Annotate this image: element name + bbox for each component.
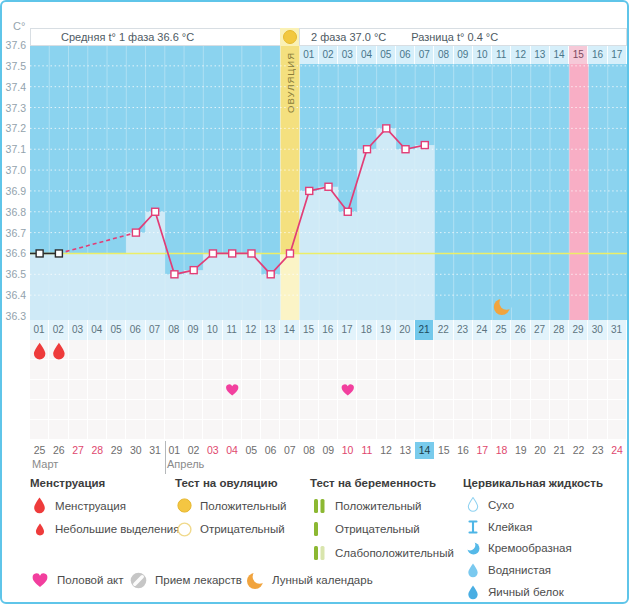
bbt-temperature-chart[interactable] — [30, 46, 627, 320]
y-tick-label: 36.3 — [0, 309, 26, 323]
cycle-day-cell[interactable]: 28 — [550, 320, 569, 340]
dpo-cell: 11 — [492, 46, 511, 64]
legend-item: Положительный — [310, 494, 454, 518]
legend-item: Яичный белок — [463, 581, 603, 603]
legend-item-label: Клейкая — [488, 521, 532, 533]
calendar-date-cell[interactable]: 19 — [511, 442, 530, 459]
legend-item-label: Менструация — [55, 500, 126, 512]
cycle-day-cell[interactable]: 30 — [588, 320, 607, 340]
temperature-point — [286, 250, 293, 257]
bar-one-icon — [310, 521, 329, 537]
cycle-day-cell[interactable]: 13 — [261, 320, 280, 340]
cycle-day-cell[interactable]: 11 — [223, 320, 242, 340]
legend-item: Слабоположительный — [310, 541, 454, 565]
drop-water-icon — [463, 563, 482, 578]
calendar-date-cell[interactable]: 04 — [223, 442, 242, 459]
cycle-day-cell[interactable]: 01 — [30, 320, 49, 340]
dpo-cell: 10 — [473, 46, 492, 64]
cycle-day-cell[interactable]: 04 — [88, 320, 107, 340]
calendar-date-cell[interactable]: 30 — [126, 442, 145, 459]
pill-icon — [128, 572, 148, 589]
calendar-date-cell[interactable]: 17 — [473, 442, 492, 459]
cycle-day-cell[interactable]: 29 — [569, 320, 588, 340]
calendar-date-cell[interactable]: 01 — [165, 442, 184, 459]
cycle-day-cell[interactable]: 21 — [415, 320, 434, 340]
cycle-day-cell[interactable]: 22 — [434, 320, 453, 340]
month-label: Март — [32, 458, 58, 470]
circle-outline-icon — [175, 522, 194, 537]
calendar-date-cell[interactable]: 12 — [377, 442, 396, 459]
calendar-date-cell[interactable]: 25 — [30, 442, 49, 459]
calendar-date-cell[interactable]: 11 — [357, 442, 376, 459]
calendar-date-cell[interactable]: 29 — [107, 442, 126, 459]
temperature-bar — [49, 253, 68, 320]
calendar-date-cell[interactable]: 07 — [280, 442, 299, 459]
calendar-date-cell[interactable]: 08 — [300, 442, 319, 459]
legend-item-label: Отрицательный — [200, 523, 285, 535]
cycle-day-cell[interactable]: 24 — [473, 320, 492, 340]
calendar-date-cell[interactable]: 02 — [184, 442, 203, 459]
cycle-day-cell[interactable]: 09 — [184, 320, 203, 340]
cycle-day-cell[interactable]: 26 — [511, 320, 530, 340]
ovulation-band-label: ОВУЛЯЦИЯ — [285, 52, 296, 113]
temperature-point — [209, 250, 216, 257]
temperature-bar — [88, 253, 107, 320]
temperature-bar — [30, 253, 49, 320]
legend-item: Клейкая — [463, 516, 603, 538]
comma-icon — [463, 541, 482, 555]
calendar-date-cell[interactable]: 28 — [88, 442, 107, 459]
legend-column-title: Цервикальная жидкость — [463, 477, 603, 489]
bars-two-icon — [310, 498, 329, 514]
calendar-date-cell[interactable]: 27 — [69, 442, 88, 459]
cycle-day-cell[interactable]: 02 — [49, 320, 68, 340]
calendar-date-cell[interactable]: 31 — [146, 442, 165, 459]
cycle-day-cell[interactable]: 12 — [242, 320, 261, 340]
cycle-day-cell[interactable]: 23 — [454, 320, 473, 340]
cycle-day-cell[interactable]: 14 — [280, 320, 299, 340]
calendar-date-cell[interactable]: 26 — [49, 442, 68, 459]
cycle-day-cell[interactable]: 05 — [107, 320, 126, 340]
cycle-day-cell[interactable]: 27 — [531, 320, 550, 340]
temperature-point — [306, 187, 313, 194]
cycle-day-cell[interactable]: 10 — [203, 320, 222, 340]
calendar-date-cell[interactable]: 15 — [434, 442, 453, 459]
cycle-day-cell[interactable]: 18 — [357, 320, 376, 340]
legend-item-label: Водянистая — [488, 564, 551, 576]
cycle-day-cell[interactable]: 16 — [319, 320, 338, 340]
cycle-day-cell[interactable]: 06 — [126, 320, 145, 340]
cycle-day-cell[interactable]: 19 — [377, 320, 396, 340]
cycle-day-cell[interactable]: 07 — [146, 320, 165, 340]
calendar-date-cell[interactable]: 06 — [261, 442, 280, 459]
calendar-date-cell[interactable]: 21 — [550, 442, 569, 459]
calendar-date-cell[interactable]: 18 — [492, 442, 511, 459]
calendar-date-cell[interactable]: 13 — [396, 442, 415, 459]
calendar-date-cell[interactable]: 16 — [454, 442, 473, 459]
temp-difference-text: Разница t° 0.4 °C — [411, 31, 498, 43]
cycle-day-cell[interactable]: 08 — [165, 320, 184, 340]
calendar-date-cell[interactable]: 14 — [415, 442, 434, 459]
cycle-day-cell[interactable]: 03 — [69, 320, 88, 340]
legend-item: Менструация — [30, 494, 179, 518]
cycle-day-cell[interactable]: 17 — [338, 320, 357, 340]
temperature-point — [171, 271, 178, 278]
cycle-day-cell[interactable]: 15 — [300, 320, 319, 340]
temperature-bar — [223, 253, 242, 320]
calendar-date-cell[interactable]: 24 — [608, 442, 627, 459]
calendar-date-cell[interactable]: 09 — [319, 442, 338, 459]
y-tick-label: 37.0 — [0, 163, 26, 177]
y-tick-label: 36.9 — [0, 184, 26, 198]
dpo-cell: 09 — [454, 46, 473, 64]
legend-item-label: Сухо — [488, 499, 514, 511]
cycle-day-cell[interactable]: 20 — [396, 320, 415, 340]
calendar-date-cell[interactable]: 03 — [203, 442, 222, 459]
calendar-date-cell[interactable]: 05 — [242, 442, 261, 459]
cycle-day-cell[interactable]: 25 — [492, 320, 511, 340]
cycle-day-cell[interactable]: 31 — [608, 320, 627, 340]
calendar-date-cell[interactable]: 20 — [531, 442, 550, 459]
calendar-date-cell[interactable]: 23 — [588, 442, 607, 459]
legend-column-title: Тест на беременность — [310, 477, 454, 489]
legend-item-label: Яичный белок — [488, 586, 564, 598]
calendar-date-cell[interactable]: 10 — [338, 442, 357, 459]
calendar-date-cell[interactable]: 22 — [569, 442, 588, 459]
temperature-bar — [261, 274, 280, 320]
